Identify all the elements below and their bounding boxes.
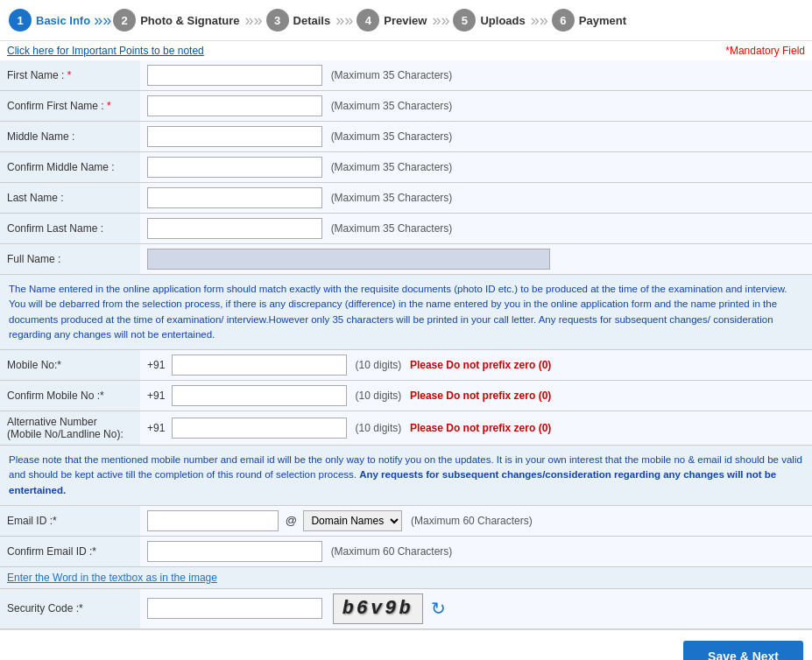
middle-name-input[interactable] [147,126,322,147]
confirm-middle-name-input-cell: (Maximum 35 Characters) [140,152,812,183]
email-at: @ [286,514,297,527]
confirm-first-name-input-cell: (Maximum 35 Characters) [140,91,812,122]
email-input-cell: @ Domain Names gmail.com yahoo.com outlo… [140,505,812,536]
confirm-email-input[interactable] [147,541,322,562]
step-5-label: Uploads [480,14,525,27]
confirm-middle-name-label: Confirm Middle Name : [0,152,140,183]
confirm-last-name-input-cell: (Maximum 35 Characters) [140,214,812,244]
last-name-label: Last Name : [0,183,140,214]
middle-name-row: Middle Name : (Maximum 35 Characters) [0,122,812,152]
step-3-label: Details [293,14,331,27]
alt-number-row: Alternative Number (Mobile No/Landline N… [0,411,812,446]
full-name-row: Full Name : [0,244,812,275]
step-1-circle: 1 [9,9,32,32]
captcha-image: b6v9b [333,593,423,624]
confirm-middle-name-input[interactable] [147,157,322,178]
step-arrow-5: »» [531,11,548,30]
full-name-input[interactable] [147,249,550,270]
step-4-label: Preview [384,14,427,27]
mobile-input[interactable] [172,355,347,376]
confirm-first-name-label: Confirm First Name : * [0,91,140,122]
enter-word-label: Enter the Word in the textbox as in the … [0,566,812,588]
email-label: Email ID :* [0,505,140,536]
step-arrow-2: »» [245,11,263,30]
step-5-circle: 5 [453,9,476,32]
step-3[interactable]: 3 Details [266,9,331,32]
confirm-last-name-input[interactable] [147,218,322,239]
name-info-row: The Name entered in the online applicati… [0,275,812,350]
step-6-label: Payment [579,14,626,27]
confirm-middle-name-hint: (Maximum 35 Characters) [331,161,453,173]
step-1[interactable]: 1 Basic Info [9,9,90,32]
step-2-circle: 2 [113,9,136,32]
step-2[interactable]: 2 Photo & Signature [113,9,239,32]
step-5[interactable]: 5 Uploads [453,9,525,32]
confirm-mobile-hint: (10 digits) [356,390,402,402]
middle-name-hint: (Maximum 35 Characters) [331,130,453,143]
first-name-input-cell: (Maximum 35 Characters) [140,60,812,91]
confirm-first-name-input[interactable] [147,95,322,116]
middle-name-input-cell: (Maximum 35 Characters) [140,122,812,152]
first-name-hint: (Maximum 35 Characters) [331,69,453,81]
alt-hint: (10 digits) [356,422,402,434]
email-domain-select[interactable]: Domain Names gmail.com yahoo.com outlook… [303,510,402,531]
step-6[interactable]: 6 Payment [552,9,626,32]
confirm-first-name-hint: (Maximum 35 Characters) [331,100,453,112]
alt-number-input-cell: +91 (10 digits) Please Do not prefix zer… [140,411,812,446]
full-name-label: Full Name : [0,244,140,275]
full-name-input-cell [140,244,812,275]
confirm-mobile-warn: Please Do not prefix zero (0) [410,390,551,402]
top-bar: Click here for Important Points to be no… [0,41,812,60]
last-name-hint: (Maximum 35 Characters) [331,192,453,204]
step-arrow-4: »» [432,11,449,30]
mobile-info-row: Please note that the mentioned mobile nu… [0,446,812,506]
alt-number-input[interactable] [172,418,347,439]
step-arrow-3: »» [335,11,353,30]
mobile-row: Mobile No:* +91 (10 digits) Please Do no… [0,350,812,381]
important-points-link[interactable]: Click here for Important Points to be no… [7,45,204,57]
confirm-email-hint: (Maximum 60 Characters) [331,545,453,558]
first-name-input[interactable] [147,65,322,86]
confirm-first-name-row: Confirm First Name : * (Maximum 35 Chara… [0,91,812,122]
form-table: First Name : * (Maximum 35 Characters) C… [0,60,812,629]
alt-number-label: Alternative Number (Mobile No/Landline N… [0,411,140,446]
confirm-mobile-label: Confirm Mobile No :* [0,381,140,411]
mobile-input-cell: +91 (10 digits) Please Do not prefix zer… [140,350,812,381]
step-4-circle: 4 [357,9,379,32]
security-code-label: Security Code :* [0,588,140,628]
confirm-last-name-label: Confirm Last Name : [0,214,140,244]
mobile-hint: (10 digits) [356,359,402,371]
confirm-email-label: Confirm Email ID :* [0,536,140,566]
confirm-mobile-prefix: +91 [147,390,165,402]
security-code-row: Security Code :* b6v9b ↻ [0,588,812,628]
mobile-label: Mobile No:* [0,350,140,381]
confirm-last-name-row: Confirm Last Name : (Maximum 35 Characte… [0,214,812,244]
last-name-input-cell: (Maximum 35 Characters) [140,183,812,214]
confirm-email-input-cell: (Maximum 60 Characters) [140,536,812,566]
bottom-bar: Save & Next [0,629,812,660]
security-code-input[interactable] [147,598,322,619]
email-hint: (Maximum 60 Characters) [411,515,533,527]
email-input[interactable] [147,510,279,531]
stepper: 1 Basic Info »» 2 Photo & Signature »» 3… [0,0,812,41]
last-name-input[interactable] [147,187,322,208]
captcha-refresh-icon[interactable]: ↻ [431,599,446,618]
mandatory-notice: *Mandatory Field [725,45,805,57]
step-1-label: Basic Info [36,14,90,27]
mobile-info-text: Please note that the mentioned mobile nu… [0,446,812,506]
alt-warn: Please Do not prefix zero (0) [410,422,551,434]
confirm-email-row: Confirm Email ID :* (Maximum 60 Characte… [0,536,812,566]
alt-prefix: +91 [147,422,165,434]
save-next-button[interactable]: Save & Next [683,641,803,660]
email-row: Email ID :* @ Domain Names gmail.com yah… [0,505,812,536]
first-name-label: First Name : * [0,60,140,91]
confirm-mobile-input-cell: +91 (10 digits) Please Do not prefix zer… [140,381,812,411]
confirm-last-name-hint: (Maximum 35 Characters) [331,222,453,235]
step-4[interactable]: 4 Preview [357,9,427,32]
confirm-mobile-row: Confirm Mobile No :* +91 (10 digits) Ple… [0,381,812,411]
confirm-mobile-input[interactable] [172,385,347,406]
mobile-prefix: +91 [147,359,165,371]
step-2-label: Photo & Signature [140,14,239,27]
middle-name-label: Middle Name : [0,122,140,152]
first-name-row: First Name : * (Maximum 35 Characters) [0,60,812,91]
